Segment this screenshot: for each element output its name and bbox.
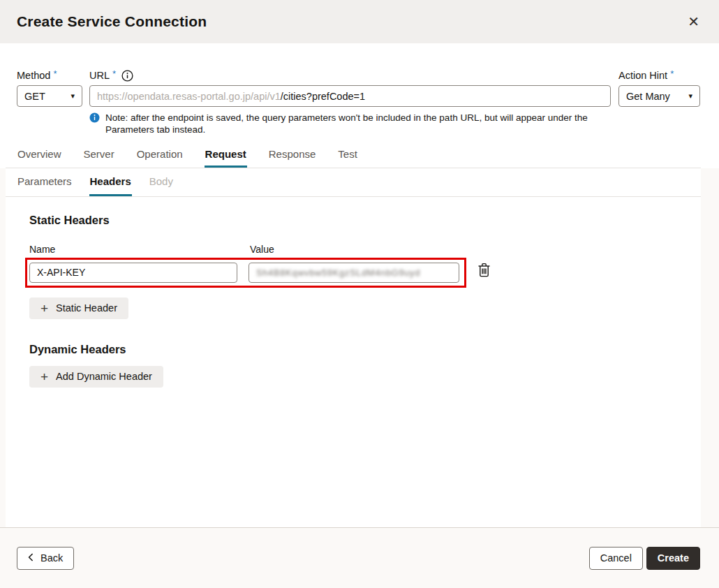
tab-overview[interactable]: Overview — [17, 144, 62, 168]
tab-server[interactable]: Server — [83, 144, 115, 168]
url-base-text: https://opendata.resas-portal.go.jp/api/… — [97, 91, 281, 102]
value-column-label: Value — [250, 244, 274, 255]
url-label: URL * — [89, 68, 611, 82]
delete-header-button[interactable] — [476, 261, 492, 281]
main-tabbar: Overview Server Operation Request Respon… — [6, 144, 701, 168]
request-tab-panel: Parameters Headers Body Static Headers N… — [6, 168, 701, 527]
tab-response[interactable]: Response — [268, 144, 317, 168]
info-icon[interactable] — [121, 70, 133, 82]
method-group: Method * GET ▾ — [17, 68, 82, 107]
chevron-down-icon: ▾ — [688, 91, 692, 101]
cancel-button[interactable]: Cancel — [589, 547, 643, 570]
plus-icon: + — [40, 302, 48, 315]
subtab-body[interactable]: Body — [149, 168, 174, 196]
add-dynamic-header-button[interactable]: + Add Dynamic Header — [29, 366, 163, 388]
action-hint-label: Action Hint * — [618, 68, 700, 82]
action-hint-select-value: Get Many — [626, 91, 670, 102]
info-filled-icon — [89, 112, 100, 136]
annotation-highlight-box: Sh4B8Kqwvbw59KgzSLdM4nbG9uyd — [25, 258, 466, 288]
static-header-row: Sh4B8Kqwvbw59KgzSLdM4nbG9uyd — [29, 255, 701, 288]
url-group: URL * https://opendata.resas-portal.go.j… — [89, 68, 611, 107]
dynamic-headers-title: Dynamic Headers — [29, 343, 701, 356]
url-path-text: /cities?prefCode=1 — [281, 91, 365, 102]
header-column-labels: Name Value — [29, 244, 701, 255]
method-select-value: GET — [24, 91, 45, 102]
headers-content: Static Headers Name Value Sh4B8Kqwvbw59K… — [6, 197, 701, 388]
dialog-header: Create Service Connection ✕ — [0, 0, 719, 43]
static-headers-title: Static Headers — [29, 214, 701, 227]
query-params-note: Note: after the endpoint is saved, the q… — [89, 112, 595, 136]
back-button[interactable]: Back — [17, 547, 74, 570]
chevron-down-icon: ▾ — [71, 91, 75, 101]
dialog-footer: Back Cancel Create — [0, 527, 719, 588]
method-select[interactable]: GET ▾ — [17, 85, 82, 107]
create-button[interactable]: Create — [646, 547, 700, 570]
dialog-body: Method * GET ▾ URL * — [0, 43, 719, 527]
redacted-api-key-text: Sh4B8Kqwvbw59KgzSLdM4nbG9uyd — [256, 267, 420, 278]
plus-icon: + — [40, 370, 48, 383]
required-asterisk: * — [112, 68, 116, 79]
chevron-left-icon — [28, 552, 34, 564]
required-asterisk: * — [670, 68, 674, 79]
required-asterisk: * — [53, 68, 57, 79]
action-hint-group: Action Hint * Get Many ▾ — [618, 68, 700, 107]
tab-operation[interactable]: Operation — [136, 144, 184, 168]
request-subtabbar: Parameters Headers Body — [6, 168, 701, 197]
endpoint-form: Method * GET ▾ URL * — [0, 43, 719, 168]
name-column-label: Name — [29, 244, 250, 255]
action-hint-select[interactable]: Get Many ▾ — [618, 85, 700, 107]
header-value-input[interactable]: Sh4B8Kqwvbw59KgzSLdM4nbG9uyd — [249, 263, 459, 283]
tab-request[interactable]: Request — [205, 144, 247, 168]
header-name-input[interactable] — [29, 263, 237, 283]
url-input[interactable]: https://opendata.resas-portal.go.jp/api/… — [89, 85, 611, 107]
endpoint-controls-row: Method * GET ▾ URL * — [0, 68, 719, 107]
method-label: Method * — [17, 68, 82, 82]
trash-icon — [477, 269, 491, 279]
dialog-title: Create Service Connection — [17, 13, 683, 30]
close-icon[interactable]: ✕ — [683, 12, 704, 31]
tab-test[interactable]: Test — [337, 144, 358, 168]
note-text: Note: after the endpoint is saved, the q… — [105, 112, 595, 136]
subtab-headers[interactable]: Headers — [89, 168, 132, 196]
subtab-parameters[interactable]: Parameters — [17, 168, 73, 196]
add-static-header-button[interactable]: + Static Header — [29, 297, 128, 319]
